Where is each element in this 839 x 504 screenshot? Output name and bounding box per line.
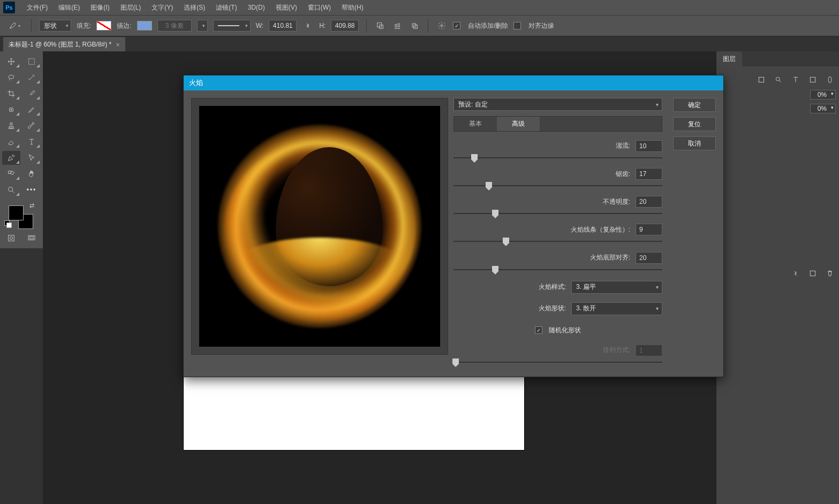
random-shape-checkbox[interactable] [535,326,542,334]
menu-3d[interactable]: 3D(D) [243,0,270,15]
svg-point-8 [9,187,13,192]
link-wh-icon[interactable] [302,20,314,32]
jagged-input[interactable] [636,168,662,180]
svg-rect-9 [9,235,14,241]
healing-tool[interactable] [2,103,20,117]
layers-tab[interactable]: 图层 [716,51,742,66]
height-input[interactable] [331,20,359,32]
marquee-tool[interactable] [22,55,41,68]
menu-view[interactable]: 视图(V) [270,0,303,15]
current-tool-icon[interactable]: ▾ [5,19,24,32]
gear-icon[interactable] [436,20,448,32]
path-align-icon[interactable] [391,20,403,32]
complexity-slider[interactable] [453,236,662,245]
move-tool[interactable] [2,55,20,68]
dialog-controls: 预设: 自定 基本 高级 湍流: 锯齿: 不透明度: 火焰线条（复杂性）: 火焰… [453,98,662,369]
history-brush-tool[interactable] [22,119,41,133]
type-tool[interactable] [22,135,41,149]
dialog-tabs: 基本 高级 [453,116,662,132]
path-combine-icon[interactable] [374,20,386,32]
quickmask-icon[interactable] [2,231,20,245]
filter-layers-icon[interactable] [755,74,767,86]
filter-toggle-icon[interactable] [824,74,836,86]
bottom-align-slider[interactable] [453,265,662,273]
eyedropper-tool[interactable] [22,87,41,101]
opacity-dropdown[interactable]: 0% [810,90,836,100]
filter-type-icon[interactable] [790,74,802,86]
stamp-tool[interactable] [2,119,20,133]
reset-button[interactable]: 复位 [673,117,716,131]
opacity-input[interactable] [636,196,662,208]
preset-dropdown[interactable]: 预设: 自定 [453,98,662,111]
menu-bar: Ps 文件(F) 编辑(E) 图像(I) 图层(L) 文字(Y) 选择(S) 滤… [0,0,839,15]
ok-button[interactable]: 确定 [673,98,716,112]
foreground-color[interactable] [9,205,24,220]
more-tools[interactable]: ••• [22,183,41,197]
path-select-tool[interactable] [22,151,41,165]
magic-wand-tool[interactable] [22,71,41,85]
link-layers-icon[interactable] [790,268,802,279]
svg-rect-3 [414,25,418,29]
crop-tool[interactable] [2,87,20,101]
menu-layer[interactable]: 图层(L) [115,0,147,15]
stroke-width-dd[interactable] [197,20,208,32]
close-icon[interactable]: × [116,41,120,49]
complexity-input[interactable] [636,224,662,235]
preset-value: 自定 [475,100,488,109]
auto-add-checkbox[interactable] [453,22,460,29]
svg-rect-13 [759,77,764,82]
menu-type[interactable]: 文字(Y) [146,0,178,15]
fill-label: 填充: [77,21,91,30]
default-colors-icon[interactable] [4,220,12,228]
search-icon[interactable] [773,74,784,86]
path-arrange-icon[interactable] [409,20,420,32]
fill-dropdown[interactable]: 0% [810,104,836,113]
document-tab[interactable]: 未标题-1 @ 60% (图层 1, RGB/8#) * × [3,37,125,51]
flame-style-dropdown[interactable]: 3. 扁平 [571,281,662,294]
stroke-label: 描边: [117,21,131,30]
opacity-slider[interactable] [453,209,662,217]
zoom-tool[interactable] [2,183,20,197]
shape-tool[interactable] [2,167,20,181]
random-shape-label: 随机化形状 [549,326,581,335]
lasso-tool[interactable] [2,71,20,85]
filter-shape-icon[interactable] [807,74,819,86]
stroke-width-input[interactable] [157,20,192,32]
menu-help[interactable]: 帮助(H) [336,0,369,15]
bottom-align-input[interactable] [636,252,662,264]
turbulence-slider[interactable] [453,153,662,162]
flame-shape-dropdown[interactable]: 3. 散开 [571,302,662,315]
arrange-input [636,345,662,356]
menu-window[interactable]: 窗口(W) [303,0,336,15]
options-bar: ▾ 形状 填充: 描边: W: H: 自动添加/删除 对齐边缘 [0,15,839,36]
align-edges-label: 对齐边缘 [528,21,554,30]
fill-swatch[interactable] [96,21,111,30]
jagged-slider[interactable] [453,181,662,189]
tab-basic[interactable]: 基本 [454,117,497,131]
pen-tool[interactable] [2,151,20,165]
menu-image[interactable]: 图像(I) [85,0,115,15]
tab-advanced[interactable]: 高级 [497,117,540,131]
new-layer-icon[interactable] [807,268,819,279]
menu-file[interactable]: 文件(F) [21,0,53,15]
swap-colors-icon[interactable]: ⇄ [29,202,34,209]
bottom-align-label: 火焰底部对齐: [590,253,630,262]
menu-select[interactable]: 选择(S) [178,0,210,15]
stroke-swatch[interactable] [137,21,152,30]
menu-filter[interactable]: 滤镜(T) [210,0,242,15]
shape-mode-dropdown[interactable]: 形状 [39,20,71,32]
svg-point-6 [9,75,13,79]
cancel-button[interactable]: 取消 [673,136,716,150]
arrange-slider [453,357,662,366]
eraser-tool[interactable] [2,135,20,149]
screenmode-icon[interactable] [22,231,41,245]
hand-tool[interactable] [22,167,41,181]
stroke-style-dd[interactable] [213,20,251,32]
menu-edit[interactable]: 编辑(E) [53,0,85,15]
dialog-title[interactable]: 火焰 [184,75,723,90]
align-edges-checkbox[interactable] [513,22,521,29]
turbulence-input[interactable] [636,140,662,152]
trash-icon[interactable] [824,268,836,279]
width-input[interactable] [269,20,297,32]
brush-tool[interactable] [22,103,41,117]
